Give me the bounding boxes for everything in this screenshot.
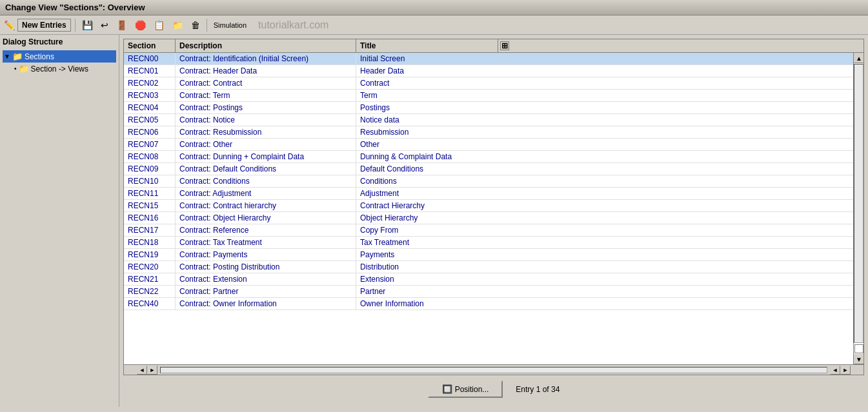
table-row[interactable]: RECN02Contract: ContractContract bbox=[124, 77, 853, 90]
sub-arrow-icon: • bbox=[14, 65, 17, 72]
col-title-header: Title bbox=[356, 39, 498, 52]
cell-title: Notice data bbox=[356, 114, 498, 126]
table-row[interactable]: RECN40Contract: Owner InformationOwner I… bbox=[124, 298, 853, 310]
table-row[interactable]: RECN07Contract: OtherOther bbox=[124, 139, 853, 151]
sidebar-item-section-views[interactable]: • 📁 Section -> Views bbox=[3, 63, 116, 75]
scroll-left-end-button[interactable]: ◄ bbox=[830, 366, 840, 375]
copy-icon: 📋 bbox=[154, 20, 165, 30]
cell-description: Contract: Partner bbox=[176, 286, 356, 297]
table-row[interactable]: RECN10Contract: ConditionsConditions bbox=[124, 175, 853, 188]
table-body: RECN00Contract: Identification (Initial … bbox=[124, 53, 853, 310]
cell-section: RECN15 bbox=[124, 200, 176, 211]
table-row[interactable]: RECN22Contract: PartnerPartner bbox=[124, 286, 853, 298]
cell-title: Contract Hierarchy bbox=[356, 200, 498, 211]
cell-description: Contract: Reference bbox=[176, 224, 356, 236]
table-row[interactable]: RECN17Contract: ReferenceCopy From bbox=[124, 224, 853, 237]
table-with-scroll: RECN00Contract: Identification (Initial … bbox=[124, 53, 863, 364]
scroll-track-v bbox=[854, 64, 863, 343]
table-row[interactable]: RECN00Contract: Identification (Initial … bbox=[124, 53, 853, 65]
entry-info: Entry 1 of 34 bbox=[516, 385, 560, 394]
table-row[interactable]: RECN19Contract: PaymentsPayments bbox=[124, 249, 853, 261]
cell-section: RECN03 bbox=[124, 90, 176, 101]
sidebar: Dialog Structure ▼ 📁 Sections • 📁 Sectio… bbox=[0, 35, 119, 407]
watermark-text: tutorialkart.com bbox=[258, 19, 328, 31]
save-icon-button[interactable]: 💾 bbox=[79, 19, 96, 32]
sidebar-title: Dialog Structure bbox=[3, 37, 116, 46]
scroll-right-end-button[interactable]: ► bbox=[840, 366, 851, 375]
col-section-header: Section bbox=[124, 39, 176, 52]
cell-title: Term bbox=[356, 90, 498, 101]
cell-section: RECN00 bbox=[124, 53, 176, 64]
cell-description: Contract: Header Data bbox=[176, 65, 356, 77]
tree-arrow-icon: ▼ bbox=[4, 53, 10, 60]
cell-title: Dunning & Complaint Data bbox=[356, 151, 498, 162]
table-row[interactable]: RECN09Contract: Default ConditionsDefaul… bbox=[124, 163, 853, 175]
cell-title: Resubmission bbox=[356, 126, 498, 138]
save-icon: 💾 bbox=[82, 20, 93, 30]
cell-section: RECN04 bbox=[124, 102, 176, 113]
table-container: Section Description Title ⊞ RECN00Contra… bbox=[123, 39, 864, 375]
cell-title: Adjustment bbox=[356, 188, 498, 199]
cell-title: Postings bbox=[356, 102, 498, 113]
cell-section: RECN18 bbox=[124, 237, 176, 248]
cell-title: Partner bbox=[356, 286, 498, 297]
cell-title: Extension bbox=[356, 273, 498, 285]
cell-description: Contract: Postings bbox=[176, 102, 356, 113]
cell-description: Contract: Other bbox=[176, 139, 356, 150]
scroll-checkbox[interactable] bbox=[854, 344, 863, 353]
table-row[interactable]: RECN11Contract: AdjustmentAdjustment bbox=[124, 188, 853, 200]
cell-description: Contract: Extension bbox=[176, 273, 356, 285]
back-icon-button[interactable]: ↩ bbox=[98, 19, 111, 32]
cell-title: Other bbox=[356, 139, 498, 150]
scroll-right-small-button[interactable]: ► bbox=[147, 366, 157, 375]
cancel-icon-button[interactable]: 🛑 bbox=[132, 19, 148, 32]
cell-description: Contract: Notice bbox=[176, 114, 356, 126]
cell-description: Contract: Adjustment bbox=[176, 188, 356, 199]
table-row[interactable]: RECN16Contract: Object HierarchyObject H… bbox=[124, 212, 853, 224]
table-scroll[interactable]: RECN00Contract: Identification (Initial … bbox=[124, 53, 853, 364]
col-resize-header[interactable]: ⊞ bbox=[498, 39, 511, 52]
table-row[interactable]: RECN06Contract: ResubmissionResubmission bbox=[124, 126, 853, 139]
content-area: Section Description Title ⊞ RECN00Contra… bbox=[119, 35, 868, 407]
v-scroll-area[interactable]: ▲ ▼ bbox=[853, 53, 863, 364]
col-resize-icon[interactable]: ⊞ bbox=[500, 41, 509, 50]
scroll-down-button[interactable]: ▼ bbox=[854, 354, 863, 364]
table-row[interactable]: RECN05Contract: NoticeNotice data bbox=[124, 114, 853, 126]
cell-title: Payments bbox=[356, 249, 498, 260]
table-row[interactable]: RECN03Contract: TermTerm bbox=[124, 90, 853, 102]
cell-description: Contract: Owner Information bbox=[176, 298, 356, 309]
position-button[interactable]: 🔲 Position... bbox=[428, 380, 503, 398]
cell-description: Contract: Object Hierarchy bbox=[176, 212, 356, 224]
cell-title: Default Conditions bbox=[356, 163, 498, 175]
cancel-icon: 🛑 bbox=[135, 20, 146, 30]
table-row[interactable]: RECN21Contract: ExtensionExtension bbox=[124, 273, 853, 286]
simulation-button[interactable]: Simulation bbox=[211, 20, 249, 30]
paste-icon-button[interactable]: 📁 bbox=[170, 19, 186, 32]
cell-section: RECN10 bbox=[124, 175, 176, 187]
scroll-left-button[interactable]: ◄ bbox=[137, 366, 147, 375]
exit-icon-button[interactable]: 🚪 bbox=[114, 19, 130, 32]
copy-icon-button[interactable]: 📋 bbox=[151, 19, 167, 32]
new-entries-button[interactable]: New Entries bbox=[17, 19, 71, 32]
cell-description: Contract: Posting Distribution bbox=[176, 261, 356, 273]
table-row[interactable]: RECN01Contract: Header DataHeader Data bbox=[124, 65, 853, 77]
scroll-up-button[interactable]: ▲ bbox=[854, 53, 863, 63]
table-row[interactable]: RECN15Contract: Contract hierarchyContra… bbox=[124, 200, 853, 212]
cell-description: Contract: Term bbox=[176, 90, 356, 101]
table-row[interactable]: RECN04Contract: PostingsPostings bbox=[124, 102, 853, 114]
table-row[interactable]: RECN08Contract: Dunning + Complaint Data… bbox=[124, 151, 853, 163]
cell-section: RECN40 bbox=[124, 298, 176, 309]
separator-1 bbox=[75, 19, 76, 32]
title-bar: Change View "Sections": Overview bbox=[0, 0, 868, 15]
cell-section: RECN07 bbox=[124, 139, 176, 150]
cell-section: RECN06 bbox=[124, 126, 176, 138]
exit-icon: 🚪 bbox=[116, 20, 127, 30]
bottom-scrollbar: ◄ ► ◄ ► bbox=[124, 364, 863, 375]
delete-icon-button[interactable]: 🗑 bbox=[188, 19, 203, 32]
h-scroll-track[interactable] bbox=[160, 367, 827, 373]
table-row[interactable]: RECN20Contract: Posting DistributionDist… bbox=[124, 261, 853, 273]
cell-title: Tax Treatment bbox=[356, 237, 498, 248]
sidebar-item-sections[interactable]: ▼ 📁 Sections bbox=[3, 50, 116, 63]
separator-2 bbox=[207, 19, 207, 32]
table-row[interactable]: RECN18Contract: Tax TreatmentTax Treatme… bbox=[124, 237, 853, 249]
